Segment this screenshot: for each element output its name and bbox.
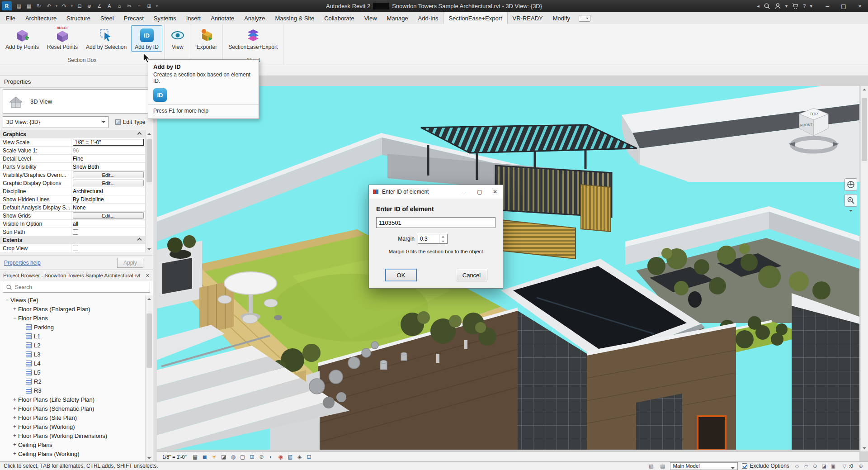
- add-by-id-button[interactable]: ID Add by ID: [131, 25, 162, 52]
- browser-scrollbar[interactable]: [145, 295, 153, 461]
- sync-with-central-icon[interactable]: ↻: [34, 1, 43, 10]
- edit-button[interactable]: Edit...: [73, 212, 144, 219]
- property-row[interactable]: Discipline Architectural Architectural A…: [0, 187, 145, 195]
- crop-view-icon[interactable]: ▢: [239, 453, 247, 461]
- tab-insert[interactable]: Insert: [181, 12, 206, 24]
- project-browser-header[interactable]: Project Browser - Snowdon Towers Sample …: [0, 270, 153, 281]
- reveal-hidden-elements-icon[interactable]: ◉: [277, 453, 285, 461]
- view-scale-row[interactable]: View Scale 1/8" = 1'-0" 1/8" = 1'-0" 1/8…: [0, 138, 145, 147]
- search-icon[interactable]: [764, 3, 770, 9]
- tree-item[interactable]: L5: [0, 368, 145, 377]
- property-value-input[interactable]: 1/8" = 1'-0": [73, 139, 144, 146]
- properties-header[interactable]: Properties: [0, 76, 153, 88]
- tree-expander[interactable]: +: [11, 306, 18, 312]
- edit-type-button[interactable]: Edit Type: [110, 116, 150, 128]
- tree-item[interactable]: − Views (Fe): [0, 295, 145, 304]
- scroll-down-arrow[interactable]: [146, 246, 153, 252]
- scrollbar-thumb[interactable]: [862, 98, 867, 161]
- tab-collaborate[interactable]: Collaborate: [319, 12, 359, 24]
- tab-structure[interactable]: Structure: [61, 12, 95, 24]
- properties-scrollbar[interactable]: [145, 130, 153, 252]
- zoom-icon[interactable]: ⊕: [857, 462, 864, 470]
- store-cart-icon[interactable]: [792, 3, 799, 9]
- scrollbar-thumb[interactable]: [146, 313, 152, 368]
- viewcube[interactable]: TOP FRONT: [786, 105, 842, 158]
- qat-customize-icon[interactable]: ▾: [155, 1, 159, 10]
- tab-file[interactable]: File: [1, 12, 20, 24]
- properties-help-link[interactable]: Properties help: [4, 260, 41, 266]
- tree-item[interactable]: + Floor Plans (Site Plan): [0, 413, 145, 422]
- ribbon-display-toggle[interactable]: [579, 15, 590, 22]
- minimize-window-button[interactable]: –: [819, 0, 835, 12]
- property-row[interactable]: Show Grids Edit... Edit... Edit...: [0, 212, 145, 220]
- tab-architecture[interactable]: Architecture: [20, 12, 61, 24]
- tree-item[interactable]: L2: [0, 341, 145, 350]
- scrollbar-thumb[interactable]: [146, 139, 152, 182]
- tab-analyze[interactable]: Analyze: [239, 12, 270, 24]
- redo-icon[interactable]: ↷: [60, 1, 69, 10]
- dialog-minimize-button[interactable]: –: [457, 185, 472, 199]
- tree-item[interactable]: R2: [0, 377, 145, 386]
- redo-dropdown-icon[interactable]: ▾: [70, 1, 74, 10]
- scroll-up-arrow[interactable]: [146, 295, 153, 302]
- reset-points-button[interactable]: RESET Reset Points: [43, 25, 81, 52]
- viewport-scrollbar[interactable]: [860, 86, 868, 451]
- dialog-close-button[interactable]: ✕: [487, 185, 503, 199]
- tree-expander[interactable]: +: [11, 396, 18, 403]
- show-rendering-dialog-icon[interactable]: ◍: [229, 453, 237, 461]
- help-icon[interactable]: ?: [803, 3, 806, 9]
- select-links-icon[interactable]: ◇: [793, 462, 801, 470]
- type-selector[interactable]: 3D View: [3, 89, 150, 114]
- shadows-icon[interactable]: ◪: [220, 453, 228, 461]
- tab-massing-site[interactable]: Massing & Site: [270, 12, 319, 24]
- tree-item[interactable]: + Floor Plans (Working Dimensions): [0, 431, 145, 440]
- 3d-model-canvas[interactable]: [157, 86, 859, 450]
- tree-item[interactable]: + Floor Plans (Enlarged Plan): [0, 304, 145, 313]
- tree-item[interactable]: + Floor Plans (Working): [0, 422, 145, 431]
- property-row[interactable]: Sun Path: [0, 228, 145, 236]
- close-window-button[interactable]: ×: [852, 0, 868, 12]
- account-user-icon[interactable]: [774, 3, 781, 9]
- property-row[interactable]: Crop View: [0, 244, 145, 252]
- design-options-icon[interactable]: ▤: [659, 462, 666, 470]
- apply-button[interactable]: Apply: [117, 258, 143, 268]
- tree-item[interactable]: − Floor Plans: [0, 313, 145, 323]
- tree-item[interactable]: + Floor Plans (Schematic Plan): [0, 404, 145, 413]
- tree-item[interactable]: Parking: [0, 323, 145, 332]
- exporter-button[interactable]: Exporter: [193, 25, 221, 52]
- tree-expander[interactable]: +: [11, 442, 18, 448]
- element-id-input[interactable]: [376, 217, 495, 228]
- thin-lines-icon[interactable]: ≡: [135, 1, 144, 10]
- revit-menu-logo[interactable]: R: [2, 1, 12, 10]
- show-crop-region-icon[interactable]: ⊞: [248, 453, 256, 461]
- visual-style-icon[interactable]: ◼: [201, 453, 209, 461]
- property-row[interactable]: Graphics: [0, 130, 145, 138]
- undo-dropdown-icon[interactable]: ▾: [54, 1, 59, 10]
- tree-expander[interactable]: +: [11, 414, 18, 421]
- collapse-chevron-icon[interactable]: [137, 238, 142, 242]
- tree-expander[interactable]: +: [11, 423, 18, 430]
- sectionease-export-button[interactable]: SectionEase+Export: [225, 25, 281, 52]
- exclude-options-control[interactable]: Exclude Options: [742, 463, 789, 469]
- browser-search-box[interactable]: [3, 282, 150, 293]
- tree-item[interactable]: L1: [0, 332, 145, 341]
- restore-window-button[interactable]: ▢: [835, 0, 852, 12]
- tree-expander[interactable]: −: [11, 315, 18, 321]
- tab-manage[interactable]: Manage: [382, 12, 413, 24]
- tab-annotate[interactable]: Annotate: [206, 12, 239, 24]
- drag-elements-on-selection-icon[interactable]: ▣: [830, 462, 837, 470]
- property-row[interactable]: Show Hidden Lines By Discipline By Disci…: [0, 195, 145, 204]
- select-underlay-elements-icon[interactable]: ▱: [802, 462, 810, 470]
- panel-label-section-box[interactable]: Section Box: [1, 56, 163, 65]
- property-row[interactable]: Detail Level Fine Fine Fine: [0, 155, 145, 163]
- cancel-button[interactable]: Cancel: [456, 269, 487, 281]
- worksets-icon[interactable]: ▧: [647, 462, 655, 470]
- search-input[interactable]: [15, 284, 147, 290]
- tree-item[interactable]: + Ceiling Plans (Working): [0, 449, 145, 458]
- selection-filter[interactable]: ▽ :0: [841, 462, 853, 470]
- view-type-combobox[interactable]: 3D View: {3D}: [3, 116, 108, 128]
- tab-sectionease-export[interactable]: SectionEase+Export: [443, 12, 507, 24]
- active-design-option-dropdown[interactable]: Main Model: [670, 462, 738, 470]
- unlocked-view-icon[interactable]: ⊘: [258, 453, 266, 461]
- autohide-arrow-icon[interactable]: ◂: [757, 3, 760, 9]
